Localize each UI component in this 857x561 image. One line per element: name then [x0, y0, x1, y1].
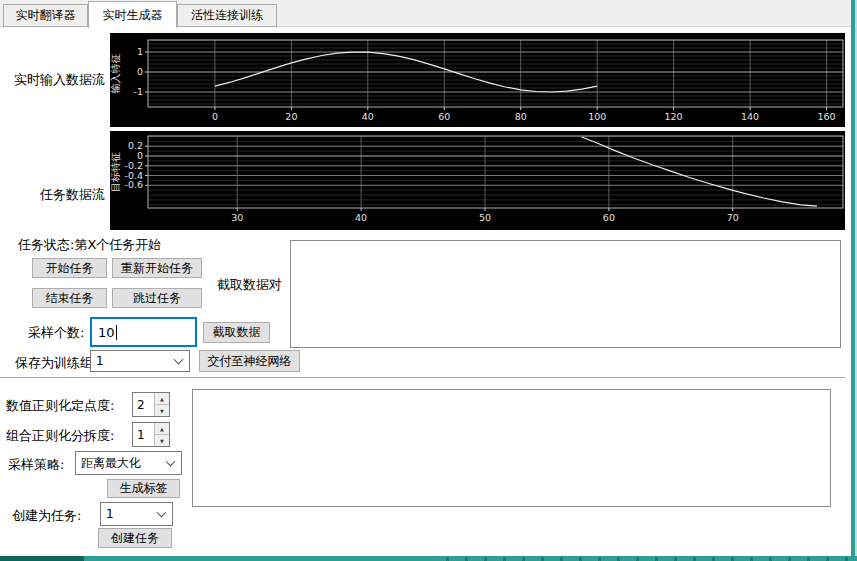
save-group-value: 1	[96, 354, 104, 368]
start-task-button[interactable]: 开始任务	[32, 258, 107, 278]
svg-text:100: 100	[588, 111, 606, 122]
create-as-task-combobox[interactable]: 1	[100, 502, 173, 526]
sampling-strategy-combobox[interactable]: 距离最大化	[75, 451, 182, 475]
svg-text:60: 60	[438, 111, 450, 122]
sample-count-label: 采样个数:	[28, 324, 84, 342]
taskbar-fragment	[430, 557, 851, 561]
skip-task-button[interactable]: 跳过任务	[112, 288, 202, 308]
svg-text:50: 50	[479, 212, 491, 223]
svg-text:目标特征: 目标特征	[110, 152, 121, 192]
generated-labels-list[interactable]	[192, 389, 831, 507]
app-window: 实时翻译器 实时生成器 活性连接训练 实时输入数据流 0204060801001…	[0, 0, 857, 561]
capture-pair-label: 截取数据对	[217, 276, 282, 294]
svg-text:-1: -1	[134, 86, 143, 97]
svg-text:80: 80	[515, 111, 527, 122]
sample-count-value: 10	[98, 325, 115, 340]
sample-count-input[interactable]: 10	[90, 317, 197, 347]
spin-up-button[interactable]: ▲	[155, 393, 169, 405]
section-divider	[0, 377, 845, 378]
restart-task-button[interactable]: 重新开始任务	[112, 258, 202, 278]
desktop-edge-right	[851, 0, 857, 561]
tab-realtime-translator[interactable]: 实时翻译器	[3, 4, 88, 27]
captured-data-pair-list[interactable]	[290, 240, 841, 348]
tab-active-connection-training[interactable]: 活性连接训练	[177, 4, 277, 27]
split-regularization-value: 1	[137, 428, 145, 442]
numeric-regularization-label: 数值正则化定点度:	[6, 397, 114, 415]
create-as-task-value: 1	[106, 507, 114, 521]
svg-text:70: 70	[727, 212, 739, 223]
create-task-button[interactable]: 创建任务	[98, 528, 172, 548]
spin-down-button[interactable]: ▼	[155, 405, 169, 416]
svg-text:40: 40	[362, 111, 374, 122]
create-as-task-label: 创建为任务:	[12, 507, 81, 525]
svg-text:0: 0	[212, 111, 218, 122]
svg-text:140: 140	[741, 111, 759, 122]
generate-labels-button[interactable]: 生成标签	[107, 479, 180, 498]
input-stream-chart-label: 实时输入数据流	[8, 71, 105, 89]
taskbar-fragment	[0, 556, 84, 561]
deliver-to-network-button[interactable]: 交付至神经网络	[199, 350, 300, 372]
svg-text:160: 160	[818, 111, 836, 122]
task-stream-chart-label: 任务数据流	[33, 186, 105, 204]
chevron-down-icon	[157, 508, 167, 518]
chevron-down-icon	[166, 457, 176, 467]
tab-realtime-generator[interactable]: 实时生成器	[88, 1, 177, 28]
tab-bar: 实时翻译器 实时生成器 活性连接训练	[0, 0, 851, 27]
svg-text:输入特征: 输入特征	[110, 54, 121, 94]
svg-text:120: 120	[665, 111, 683, 122]
svg-text:60: 60	[603, 212, 615, 223]
spin-up-button[interactable]: ▲	[155, 423, 169, 435]
save-group-label: 保存为训练组:	[15, 354, 97, 372]
svg-text:30: 30	[231, 212, 243, 223]
desktop-edge-bottom	[0, 556, 857, 561]
svg-text:-0.6: -0.6	[124, 179, 143, 190]
numeric-regularization-value: 2	[137, 398, 145, 412]
split-regularization-spinbox[interactable]: 1 ▲ ▼	[132, 422, 170, 447]
input-stream-chart: 02040608010012014016010-1输入特征	[110, 33, 845, 127]
sampling-strategy-value: 距离最大化	[81, 455, 141, 472]
sampling-strategy-label: 采样策略:	[8, 456, 64, 474]
save-group-combobox[interactable]: 1	[90, 350, 190, 372]
end-task-button[interactable]: 结束任务	[32, 288, 107, 308]
svg-text:0: 0	[137, 66, 143, 77]
chevron-down-icon	[174, 355, 184, 365]
task-stream-chart: 30405060700.20-0.2-0.4-0.6目标特征	[110, 131, 845, 230]
spin-down-button[interactable]: ▼	[155, 435, 169, 446]
capture-data-button[interactable]: 截取数据	[203, 322, 270, 343]
svg-text:40: 40	[355, 212, 367, 223]
split-regularization-label: 组合正则化分拆度:	[6, 427, 114, 445]
svg-text:20: 20	[285, 111, 297, 122]
text-caret	[116, 325, 117, 340]
svg-text:1: 1	[137, 46, 143, 57]
numeric-regularization-spinbox[interactable]: 2 ▲ ▼	[132, 392, 170, 417]
task-status-text: 任务状态:第X个任务开始	[18, 236, 161, 254]
